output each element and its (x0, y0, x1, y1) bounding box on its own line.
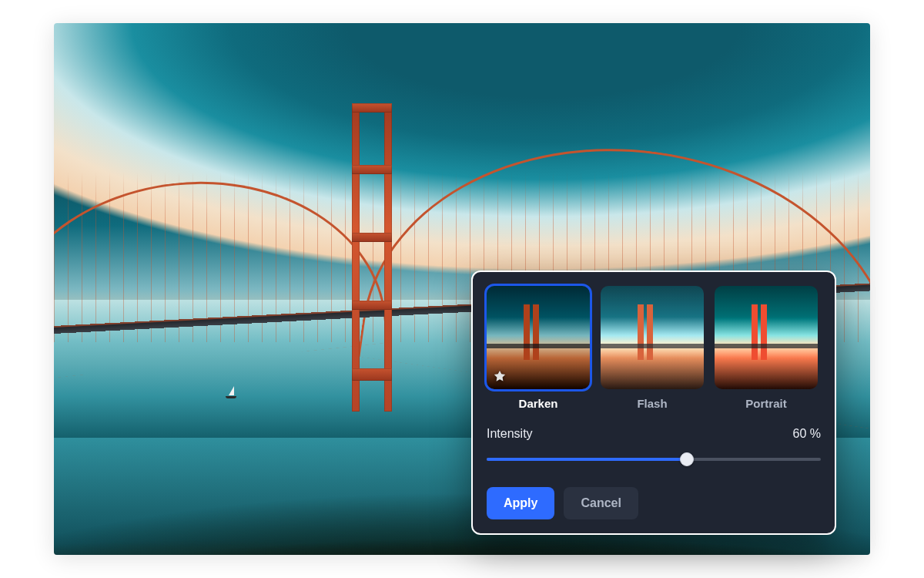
sailboat (226, 385, 239, 398)
photo-canvas[interactable]: DarkenFlashPortrait Intensity 60 % Apply… (54, 23, 870, 555)
filter-label: Darken (519, 397, 558, 410)
filter-panel: DarkenFlashPortrait Intensity 60 % Apply… (471, 271, 836, 535)
filter-thumb-portrait[interactable] (715, 286, 818, 389)
intensity-slider[interactable] (487, 449, 821, 470)
intensity-label: Intensity (487, 427, 533, 441)
filter-label: Flash (637, 397, 667, 410)
star-icon (493, 369, 507, 383)
slider-knob[interactable] (680, 452, 694, 466)
filter-thumb-darken[interactable] (487, 286, 590, 389)
cancel-button[interactable]: Cancel (564, 487, 638, 519)
filter-option-flash[interactable]: Flash (601, 286, 704, 410)
filter-thumb-row: DarkenFlashPortrait (487, 286, 821, 410)
intensity-slider-row: Intensity 60 % (487, 427, 821, 470)
apply-button[interactable]: Apply (487, 487, 554, 519)
filter-option-portrait[interactable]: Portrait (715, 286, 818, 410)
editor-stage: DarkenFlashPortrait Intensity 60 % Apply… (0, 0, 924, 578)
filter-option-darken[interactable]: Darken (487, 286, 590, 410)
panel-actions: Apply Cancel (487, 487, 821, 519)
slider-track-fill (487, 458, 687, 461)
intensity-value: 60 % (793, 427, 821, 441)
filter-thumb-flash[interactable] (601, 286, 704, 389)
filter-label: Portrait (745, 397, 786, 410)
